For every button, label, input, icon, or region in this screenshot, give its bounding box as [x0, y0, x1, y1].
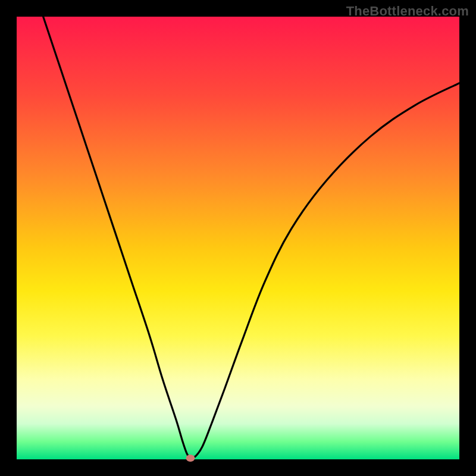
- watermark-text: TheBottleneck.com: [346, 4, 469, 19]
- chart-frame: TheBottleneck.com: [0, 0, 476, 476]
- minimum-marker: [186, 455, 195, 462]
- bottleneck-curve: [17, 17, 459, 459]
- plot-area: [17, 17, 459, 459]
